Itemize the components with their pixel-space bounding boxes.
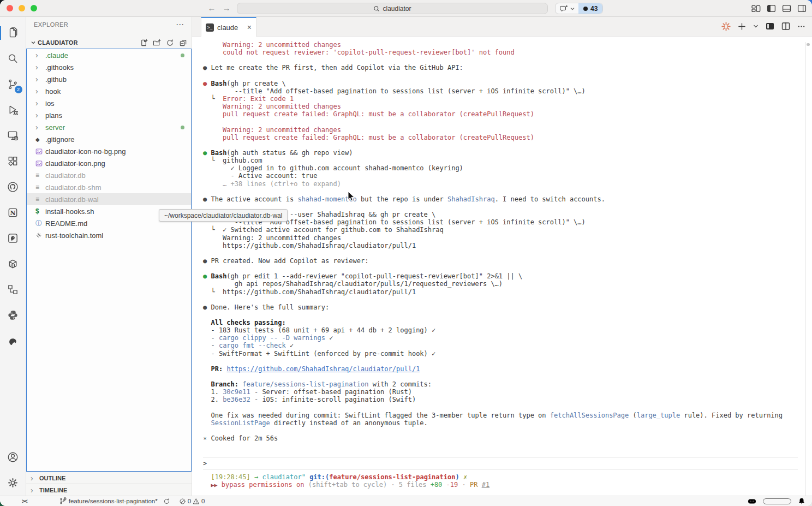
collapse-all-button[interactable] (179, 39, 187, 47)
tree-item-claudiator.db-shm[interactable]: ≡claudiator.db-shm (27, 181, 191, 193)
tree-item-claudiator.db-wal[interactable]: ≡claudiator.db-wal (27, 193, 191, 205)
tree-item-.claude[interactable]: ›.claude (27, 49, 191, 61)
refresh-button[interactable] (166, 39, 174, 47)
gear-icon (7, 477, 19, 489)
terminal-line: - cargo fmt --check ✓ (203, 342, 798, 349)
activity-postgresql[interactable] (0, 225, 26, 251)
toggle-secondary-sidebar-button[interactable] (797, 4, 807, 13)
new-file-button[interactable] (140, 39, 148, 47)
terminal-line: ● Bash(gh auth switch --user ShahadIshra… (203, 211, 798, 218)
activity-container[interactable] (0, 251, 26, 277)
chat-widget[interactable]: 43 (555, 3, 603, 14)
tab-claude[interactable]: >_ claude × (201, 17, 256, 37)
tree-item-hook[interactable]: ›hook (27, 85, 191, 97)
window-close-button[interactable] (7, 5, 13, 11)
terminal-line: SessionListPage directly instead of an a… (203, 419, 798, 427)
tree-item-ios[interactable]: ›ios (27, 97, 191, 109)
split-editor-button[interactable] (781, 22, 790, 31)
chevron-right-icon: › (35, 123, 44, 132)
chat-button[interactable] (556, 3, 578, 14)
chevron-down-icon[interactable] (753, 24, 759, 28)
claude-terminal: Warning: 2 uncommitted changes could not… (192, 37, 812, 496)
run-debug-icon (7, 104, 19, 116)
timeline-section-header[interactable]: › TIMELINE (26, 484, 192, 496)
tree-item-claudiator.db[interactable]: ≡claudiator.db (27, 169, 191, 181)
git-branch-status[interactable]: feature/sessions-list-pagination* (59, 497, 158, 505)
terminal-line: could not request reviewer: 'copilot-pul… (203, 49, 798, 56)
search-value: claudiator (383, 5, 411, 13)
history-back-button[interactable]: ← (206, 2, 217, 14)
activity-run-debug[interactable] (0, 97, 26, 123)
folder-section-header[interactable]: CLAUDIATOR (26, 37, 192, 49)
activity-source-control[interactable]: 2 (0, 72, 26, 97)
new-terminal-button[interactable] (738, 22, 746, 31)
sidebar-more-actions-button[interactable]: ⋯ (176, 22, 184, 27)
remote-indicator[interactable]: >< (22, 498, 27, 504)
new-folder-button[interactable] (153, 39, 161, 47)
notifications-bell-icon[interactable] (798, 497, 805, 505)
terminal-prompt-input[interactable]: > (203, 457, 798, 469)
timeline-label: TIMELINE (39, 487, 67, 493)
window-minimize-button[interactable] (19, 5, 25, 11)
chat-badge[interactable]: 43 (578, 3, 602, 14)
info-icon: ⓘ (35, 219, 44, 228)
activity-explorer[interactable] (0, 20, 26, 46)
customize-layout-button[interactable] (751, 4, 761, 13)
activity-notion[interactable]: N (0, 200, 26, 225)
tree-item-claudiator-icon.png[interactable]: claudiator-icon.png (27, 157, 191, 169)
activity-flowchart[interactable] (0, 277, 26, 302)
tree-item-rust-toolchain.toml[interactable]: rust-toolchain.toml (27, 229, 191, 241)
activity-settings[interactable] (0, 470, 26, 496)
tree-item-.github[interactable]: ›.github (27, 73, 191, 85)
activity-extensions[interactable] (0, 148, 26, 174)
toggle-panel-button[interactable] (782, 4, 791, 13)
git-icon: ◆ (35, 136, 44, 142)
history-forward-button[interactable]: → (221, 2, 232, 14)
terminal-line: --title "Add offset-based pagination to … (203, 218, 798, 226)
tree-item-server[interactable]: ›server (27, 121, 191, 133)
tab-close-button[interactable]: × (247, 23, 252, 32)
tree-item-label: server (45, 123, 65, 132)
terminal-line: --title "Add offset-based pagination to … (203, 87, 798, 95)
activity-python[interactable] (0, 302, 26, 328)
tree-item-.gitignore[interactable]: ◆.gitignore (27, 133, 191, 145)
activity-account[interactable] (0, 444, 26, 470)
sidebar-title: EXPLORER (34, 21, 68, 28)
vscode-window: ← → claudiator 43 2 (0, 0, 812, 506)
terminal-line (203, 311, 798, 319)
terminal-scrollbar-track[interactable] (805, 42, 806, 496)
command-center-search[interactable]: claudiator (237, 3, 548, 14)
toggle-primary-sidebar-button[interactable] (767, 4, 776, 13)
terminal-line: ● Bash(gh auth status && gh repo view) (203, 149, 798, 157)
errors-count: 0 (188, 498, 191, 504)
tree-item-.githooks[interactable]: ›.githooks (27, 61, 191, 73)
terminal-view-icon[interactable] (766, 22, 774, 31)
activity-github[interactable] (0, 174, 26, 200)
outline-section-header[interactable]: › OUTLINE (26, 472, 192, 484)
sync-button[interactable] (163, 498, 170, 505)
activity-remote-explorer[interactable] (0, 123, 26, 148)
claude-icon[interactable] (721, 22, 731, 31)
tree-item-claudiator-icon-no-bg.png[interactable]: claudiator-icon-no-bg.png (27, 145, 191, 157)
terminal-scrollbar-thumb[interactable] (807, 43, 810, 46)
explorer-sidebar: EXPLORER ⋯ CLAUDIATOR ›.claude›.githooks… (26, 17, 192, 496)
window-maximize-button[interactable] (31, 5, 37, 11)
problems-status[interactable]: 0 0 (179, 498, 205, 505)
notion-icon: N (7, 206, 19, 219)
terminal-line: Warning: 2 uncommitted changes (203, 41, 798, 49)
terminal-line: 2. be36e32 - iOS: infinite-scroll pagina… (203, 396, 798, 403)
remote-explorer-icon (7, 129, 19, 142)
activity-search[interactable] (0, 46, 26, 72)
terminal-line: ● The active account is shahad-momentco … (203, 195, 798, 203)
copilot-icon[interactable] (748, 497, 756, 505)
activity-bar: 2 N (0, 17, 26, 496)
files-icon (7, 27, 19, 39)
terminal-line: ● Bash(gh pr create \ (203, 80, 798, 87)
tree-item-plans[interactable]: ›plans (27, 109, 191, 121)
status-pill[interactable] (763, 498, 791, 504)
more-actions-button[interactable] (797, 22, 805, 31)
terminal-line: Warning: 2 uncommitted changes (203, 126, 798, 134)
terminal-line (203, 72, 798, 80)
chevron-right-icon: › (31, 486, 37, 495)
activity-elephant[interactable] (0, 328, 26, 354)
